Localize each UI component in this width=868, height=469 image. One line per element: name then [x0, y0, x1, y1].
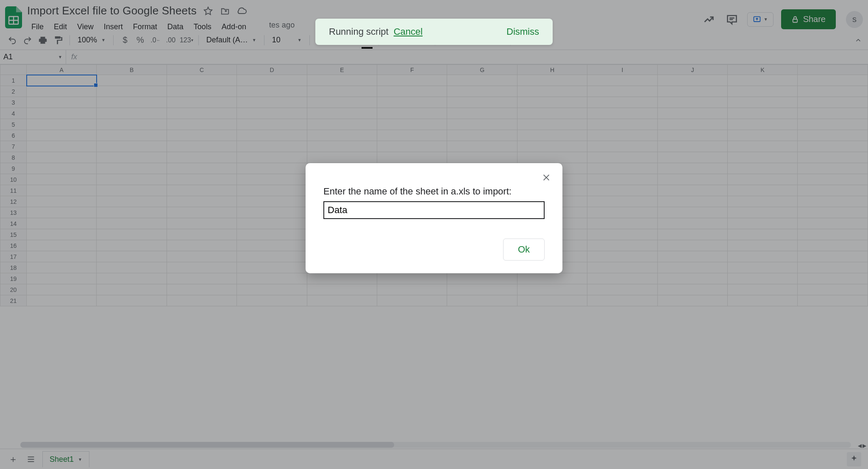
col-header[interactable]: F: [377, 65, 447, 75]
grid-cell[interactable]: [377, 284, 447, 295]
grid-cell[interactable]: [27, 284, 97, 295]
percent-button[interactable]: %: [134, 34, 147, 47]
grid-row[interactable]: 7: [0, 141, 868, 152]
grid-cell[interactable]: [97, 295, 167, 306]
grid-cell[interactable]: [97, 218, 167, 229]
grid-cell[interactable]: [27, 262, 97, 273]
grid-cell[interactable]: [167, 141, 236, 152]
grid-cell[interactable]: [728, 295, 798, 306]
grid-cell[interactable]: [377, 108, 447, 119]
add-sheet-button[interactable]: ＋: [7, 453, 19, 466]
grid-cell[interactable]: [307, 108, 377, 119]
grid-cell[interactable]: [798, 196, 868, 207]
grid-cell[interactable]: [728, 251, 798, 262]
grid-cell[interactable]: [657, 295, 727, 306]
grid-cell[interactable]: [27, 240, 97, 251]
grid-cell[interactable]: [728, 284, 798, 295]
grid-cell[interactable]: [447, 141, 517, 152]
grid-cell[interactable]: [517, 130, 587, 141]
row-header[interactable]: 10: [0, 174, 27, 185]
row-header[interactable]: 5: [0, 119, 27, 130]
row-header[interactable]: 3: [0, 97, 27, 108]
grid-cell[interactable]: [307, 97, 377, 108]
grid-cell[interactable]: [27, 229, 97, 240]
grid-cell[interactable]: [97, 174, 167, 185]
grid-cell[interactable]: [728, 97, 798, 108]
star-icon[interactable]: [203, 6, 214, 17]
grid-cell[interactable]: [97, 240, 167, 251]
grid-cell[interactable]: [447, 119, 517, 130]
grid-cell[interactable]: [798, 273, 868, 284]
grid-cell[interactable]: [237, 284, 307, 295]
grid-cell[interactable]: [587, 295, 657, 306]
grid-cell[interactable]: [657, 119, 727, 130]
grid-cell[interactable]: [167, 185, 236, 196]
grid-cell[interactable]: [307, 152, 377, 163]
grid-cell[interactable]: [97, 273, 167, 284]
grid-cell[interactable]: [167, 196, 236, 207]
grid-cell[interactable]: [97, 75, 167, 86]
grid-cell[interactable]: [237, 130, 307, 141]
grid-cell[interactable]: [307, 130, 377, 141]
grid-cell[interactable]: [517, 141, 587, 152]
grid-cell[interactable]: [237, 251, 307, 262]
grid-cell[interactable]: [798, 185, 868, 196]
currency-button[interactable]: $: [119, 34, 131, 47]
col-header[interactable]: A: [27, 65, 97, 75]
grid-cell[interactable]: [587, 262, 657, 273]
grid-cell[interactable]: [728, 119, 798, 130]
grid-cell[interactable]: [657, 240, 727, 251]
all-sheets-button[interactable]: [25, 453, 37, 466]
col-header[interactable]: K: [728, 65, 798, 75]
grid-cell[interactable]: [587, 75, 657, 86]
print-button[interactable]: [36, 34, 49, 47]
grid-cell[interactable]: [657, 273, 727, 284]
grid-cell[interactable]: [307, 273, 377, 284]
grid-cell[interactable]: [657, 207, 727, 218]
row-header[interactable]: 19: [0, 273, 27, 284]
scroll-right-icon[interactable]: ▶: [862, 443, 866, 449]
grid-cell[interactable]: [307, 295, 377, 306]
grid-cell[interactable]: [517, 97, 587, 108]
grid-cell[interactable]: [587, 218, 657, 229]
grid-cell[interactable]: [447, 130, 517, 141]
grid-cell[interactable]: [587, 108, 657, 119]
grid-cell[interactable]: [587, 86, 657, 97]
row-header[interactable]: 20: [0, 284, 27, 295]
grid-cell[interactable]: [587, 273, 657, 284]
grid-cell[interactable]: [167, 75, 236, 86]
grid-cell[interactable]: [237, 108, 307, 119]
grid-cell[interactable]: [377, 130, 447, 141]
grid-cell[interactable]: [97, 163, 167, 174]
grid-cell[interactable]: [447, 273, 517, 284]
grid-cell[interactable]: [97, 185, 167, 196]
row-header[interactable]: 17: [0, 251, 27, 262]
grid-cell[interactable]: [167, 119, 236, 130]
grid-cell[interactable]: [167, 97, 236, 108]
grid-cell[interactable]: [657, 284, 727, 295]
menu-file[interactable]: File: [27, 21, 48, 33]
row-header[interactable]: 15: [0, 229, 27, 240]
grid-cell[interactable]: [27, 251, 97, 262]
grid-cell[interactable]: [798, 240, 868, 251]
grid-cell[interactable]: [97, 262, 167, 273]
grid-cell[interactable]: [798, 86, 868, 97]
more-formats-button[interactable]: 123▾: [180, 34, 193, 47]
grid-cell[interactable]: [237, 207, 307, 218]
grid-cell[interactable]: [97, 108, 167, 119]
row-header[interactable]: 6: [0, 130, 27, 141]
zoom-select[interactable]: 100% ▼: [75, 36, 108, 44]
col-header[interactable]: I: [587, 65, 657, 75]
grid-cell[interactable]: [167, 174, 236, 185]
present-button[interactable]: ▼: [747, 12, 773, 27]
grid-row[interactable]: 20: [0, 284, 868, 295]
menu-format[interactable]: Format: [129, 21, 161, 33]
col-header[interactable]: H: [517, 65, 587, 75]
grid-cell[interactable]: [587, 207, 657, 218]
doc-title[interactable]: Import Excel file to Google Sheets: [27, 4, 197, 17]
grid-cell[interactable]: [587, 196, 657, 207]
grid-row[interactable]: 4: [0, 108, 868, 119]
grid-cell[interactable]: [237, 163, 307, 174]
grid-cell[interactable]: [27, 86, 97, 97]
menu-insert[interactable]: Insert: [100, 21, 127, 33]
